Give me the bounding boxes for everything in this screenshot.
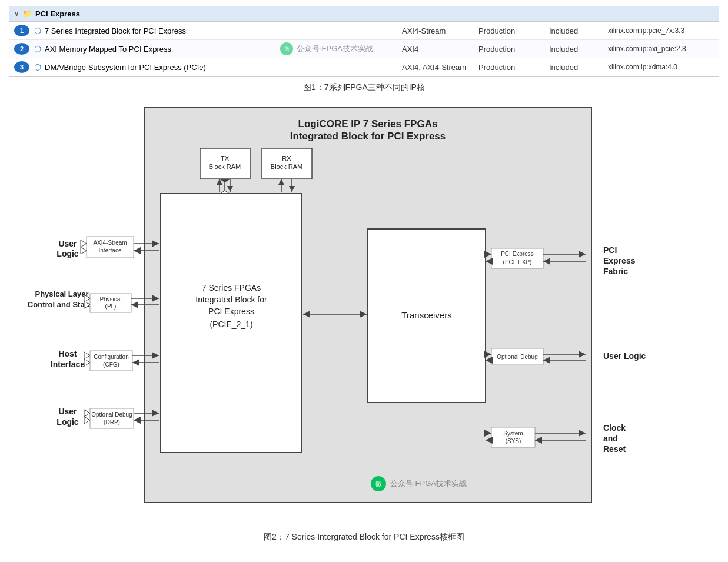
svg-text:PCI: PCI: [603, 245, 617, 255]
svg-marker-73: [134, 417, 141, 424]
table-row[interactable]: 1 ⬡ 7 Series Integrated Block for PCI Ex…: [9, 22, 719, 40]
svg-text:Fabric: Fabric: [603, 267, 628, 276]
svg-text:AXI4-Stream: AXI4-Stream: [93, 240, 127, 246]
svg-text:Block RAM: Block RAM: [271, 163, 302, 170]
diagram-container: LogiCORE IP 7 Series FPGAs Integrated Bl…: [9, 102, 719, 526]
svg-text:Optional Debug: Optional Debug: [91, 411, 132, 418]
svg-text:System: System: [503, 430, 523, 437]
row-license-3: Included: [549, 63, 608, 72]
svg-text:PCI Express: PCI Express: [208, 307, 254, 316]
svg-marker-42: [81, 247, 87, 254]
svg-text:Transceivers: Transceivers: [401, 310, 451, 320]
svg-text:Reset: Reset: [603, 444, 626, 454]
row-id-1: xilinx.com:ip:pcie_7x:3.3: [608, 26, 714, 35]
svg-text:PCI Express: PCI Express: [501, 251, 534, 257]
svg-text:Interface: Interface: [51, 360, 85, 369]
svg-text:(DRP): (DRP): [104, 419, 120, 425]
svg-text:(PCI_EXP): (PCI_EXP): [503, 259, 532, 265]
svg-text:Clock: Clock: [603, 423, 626, 433]
row-status-1: Production: [478, 26, 549, 35]
svg-text:Logic: Logic: [56, 249, 79, 258]
row-status-2: Production: [478, 45, 549, 54]
svg-text:Block RAM: Block RAM: [209, 163, 241, 170]
svg-marker-40: [134, 247, 141, 254]
row-name-1: 7 Series Integrated Block for PCI Expres…: [45, 26, 402, 35]
row-license-2: Included: [549, 45, 608, 54]
table-header[interactable]: ∨ 📁 PCI Express: [9, 6, 719, 22]
row-interface-3: AXI4, AXI4-Stream: [402, 63, 478, 72]
svg-text:Configuration: Configuration: [94, 354, 128, 360]
ip-icon-1: ⬡: [34, 26, 41, 35]
row-number-1: 1: [14, 25, 29, 36]
svg-marker-64: [84, 359, 90, 366]
diagram-section: LogiCORE IP 7 Series FPGAs Integrated Bl…: [9, 102, 719, 526]
row-interface-2: AXI4: [402, 45, 478, 54]
ip-icon-3: ⬡: [34, 62, 41, 72]
row-name-3: DMA/Bridge Subsystem for PCI Express (PC…: [45, 63, 402, 72]
svg-text:TX: TX: [221, 155, 230, 162]
svg-text:微: 微: [375, 480, 382, 487]
svg-marker-41: [81, 240, 87, 247]
row-status-3: Production: [478, 63, 549, 72]
svg-text:and: and: [603, 434, 618, 443]
table-row[interactable]: 3 ⬡ DMA/Bridge Subsystem for PCI Express…: [9, 58, 719, 76]
row-name-2: AXI Memory Mapped To PCI Express: [45, 45, 402, 54]
caption-2: 图2：7 Series Intergrated Block for PCI Ex…: [0, 532, 728, 543]
svg-text:公众号·FPGA技术实战: 公众号·FPGA技术实战: [390, 479, 467, 488]
svg-text:User Logic: User Logic: [603, 351, 646, 361]
diagram-svg: LogiCORE IP 7 Series FPGAs Integrated Bl…: [9, 102, 719, 526]
svg-text:Host: Host: [58, 349, 77, 358]
svg-text:Optional Debug: Optional Debug: [497, 354, 538, 360]
svg-text:Physical: Physical: [99, 296, 121, 302]
table-header-title: PCI Express: [35, 9, 80, 18]
ip-table: ∨ 📁 PCI Express 1 ⬡ 7 Series Integrated …: [9, 6, 719, 77]
svg-text:Logic: Logic: [56, 417, 79, 427]
row-interface-1: AXI4-Stream: [402, 26, 478, 35]
row-number-2: 2: [14, 43, 29, 55]
svg-text:Integrated Block for: Integrated Block for: [195, 295, 267, 304]
svg-text:Interface: Interface: [99, 247, 122, 254]
row-id-2: xilinx.com:ip:axi_pcie:2.8: [608, 45, 714, 53]
caption-1: 图1：7系列FPGA三种不同的IP核: [0, 82, 728, 93]
svg-text:(CFG): (CFG): [103, 361, 119, 368]
svg-text:7 Series FPGAs: 7 Series FPGAs: [202, 283, 261, 292]
table-row[interactable]: 2 ⬡ AXI Memory Mapped To PCI Express AXI…: [9, 40, 719, 58]
svg-marker-51: [131, 301, 138, 308]
svg-text:RX: RX: [282, 155, 291, 162]
svg-text:(PCIE_2_1): (PCIE_2_1): [210, 320, 252, 329]
svg-text:User: User: [58, 239, 77, 248]
svg-text:(PL): (PL): [105, 303, 117, 310]
svg-marker-75: [84, 417, 90, 424]
svg-text:Integrated Block for PCI Expre: Integrated Block for PCI Express: [290, 131, 446, 142]
svg-marker-62: [132, 359, 139, 366]
svg-text:User: User: [58, 407, 77, 416]
row-license-1: Included: [549, 26, 608, 35]
svg-marker-74: [84, 410, 90, 417]
ip-icon-2: ⬡: [34, 44, 41, 54]
collapse-icon[interactable]: ∨: [14, 10, 19, 18]
svg-marker-63: [84, 352, 90, 359]
row-number-3: 3: [14, 61, 29, 73]
svg-text:Express: Express: [603, 256, 636, 265]
svg-text:(SYS): (SYS): [506, 438, 521, 444]
row-id-3: xilinx.com:ip:xdma:4.0: [608, 63, 714, 71]
folder-icon: 📁: [22, 9, 32, 18]
svg-text:Physical Layer: Physical Layer: [35, 290, 88, 298]
svg-text:LogiCORE IP 7 Series FPGAs: LogiCORE IP 7 Series FPGAs: [298, 118, 438, 129]
